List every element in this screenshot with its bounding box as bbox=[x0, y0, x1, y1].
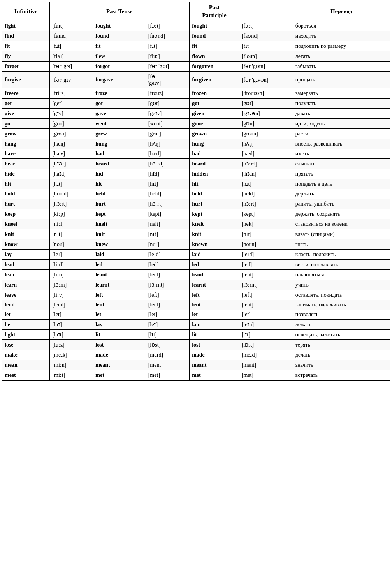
past-tense-transcription: [lɜːrnt] bbox=[146, 280, 189, 290]
past-tense-word: laid bbox=[93, 250, 146, 260]
past-participle-word: held bbox=[190, 189, 239, 199]
translation-text: висеть, развешивать bbox=[293, 139, 390, 149]
table-row: fit [fɪt] fit [fɪt] fit [fɪt] подходить … bbox=[2, 41, 390, 51]
infinitive-word: forgive bbox=[2, 72, 50, 88]
past-tense-transcription: [fɔːt] bbox=[146, 21, 189, 31]
past-tense-word: hung bbox=[93, 139, 146, 149]
translation-text: иметь bbox=[293, 149, 390, 159]
header-translation: Перевод bbox=[293, 2, 390, 21]
past-participle-word: had bbox=[190, 149, 239, 159]
past-participle-word: frozen bbox=[190, 88, 239, 99]
past-participle-word: fought bbox=[190, 21, 239, 31]
past-participle-word: forgotten bbox=[190, 62, 239, 72]
translation-text: замерзать bbox=[293, 88, 390, 99]
infinitive-transcription: [miːn] bbox=[50, 360, 93, 370]
infinitive-word: keep bbox=[2, 209, 50, 219]
infinitive-transcription: [gou] bbox=[50, 119, 93, 129]
infinitive-word: lend bbox=[2, 300, 50, 310]
table-row: lose [luːz] lost [lɒst] lost [lɒst] теря… bbox=[2, 340, 390, 350]
table-row: kneel [niːl] knelt [nelt] knelt [nelt] с… bbox=[2, 219, 390, 229]
past-participle-word: knelt bbox=[190, 219, 239, 229]
translation-text: держать bbox=[293, 189, 390, 199]
past-tense-word: fit bbox=[93, 41, 146, 51]
past-tense-word: hid bbox=[93, 169, 146, 179]
infinitive-word: leave bbox=[2, 290, 50, 300]
infinitive-word: give bbox=[2, 109, 50, 119]
table-row: keep [kiːp] kept [kept] kept [kept] держ… bbox=[2, 209, 390, 219]
infinitive-word: mean bbox=[2, 360, 50, 370]
past-tense-transcription: [hɪt] bbox=[146, 179, 189, 189]
past-tense-word: lent bbox=[93, 300, 146, 310]
table-row: hit [hɪt] hit [hɪt] hit [hɪt] попадать в… bbox=[2, 179, 390, 189]
translation-text: слышать bbox=[293, 159, 390, 169]
past-participle-transcription: [left] bbox=[239, 290, 293, 300]
past-participle-word: found bbox=[190, 31, 239, 41]
infinitive-transcription: [niːl] bbox=[50, 219, 93, 229]
past-participle-transcription: [hɪt] bbox=[239, 179, 293, 189]
past-participle-transcription: [hɜːrd] bbox=[239, 159, 293, 169]
translation-text: освещать, зажигать bbox=[293, 330, 390, 340]
past-tense-transcription: [nɪt] bbox=[146, 229, 189, 239]
past-participle-word: grown bbox=[190, 129, 239, 139]
past-tense-word: lit bbox=[93, 330, 146, 340]
infinitive-transcription: [lend] bbox=[50, 300, 93, 310]
infinitive-word: forget bbox=[2, 62, 50, 72]
past-tense-transcription: [hʌŋ] bbox=[146, 139, 189, 149]
past-participle-transcription: [let] bbox=[239, 310, 293, 320]
infinitive-transcription: [let] bbox=[50, 310, 93, 320]
infinitive-transcription: [luːz] bbox=[50, 340, 93, 350]
table-row: lend [lend] lent [lent] lent [lent] зани… bbox=[2, 300, 390, 310]
past-participle-word: kept bbox=[190, 209, 239, 219]
past-tense-transcription: [held] bbox=[146, 189, 189, 199]
past-tense-word: met bbox=[93, 370, 146, 381]
infinitive-word: knit bbox=[2, 229, 50, 239]
past-tense-transcription: [leɪd] bbox=[146, 250, 189, 260]
past-participle-transcription: ['gɪvən] bbox=[239, 109, 293, 119]
table-row: get [get] got [gɒt] got [gɒt] получать bbox=[2, 99, 390, 109]
past-tense-transcription: [lɒst] bbox=[146, 340, 189, 350]
translation-text: оставлять, покидать bbox=[293, 290, 390, 300]
table-row: learn [lɜːrn] learnt [lɜːrnt] learnt [lɜ… bbox=[2, 280, 390, 290]
past-participle-word: laid bbox=[190, 250, 239, 260]
infinitive-transcription: [fɪt] bbox=[50, 41, 93, 51]
past-participle-transcription: [ment] bbox=[239, 360, 293, 370]
infinitive-word: make bbox=[2, 350, 50, 360]
infinitive-word: hang bbox=[2, 139, 50, 149]
past-tense-transcription: [ment] bbox=[146, 360, 189, 370]
past-tense-transcription: [leɪ] bbox=[146, 320, 189, 330]
infinitive-transcription: [nɪt] bbox=[50, 229, 93, 239]
infinitive-transcription: [hould] bbox=[50, 189, 93, 199]
past-participle-word: lit bbox=[190, 330, 239, 340]
past-participle-transcription: ['hɪdn] bbox=[239, 169, 293, 179]
past-tense-word: learnt bbox=[93, 280, 146, 290]
past-tense-transcription: [went] bbox=[146, 119, 189, 129]
past-participle-word: meant bbox=[190, 360, 239, 370]
infinitive-word: hide bbox=[2, 169, 50, 179]
translation-text: делать bbox=[293, 350, 390, 360]
table-row: forget [fər 'get] forgot [fər 'gɒt] forg… bbox=[2, 62, 390, 72]
table-row: have [hæv] had [hæd] had [hæd] иметь bbox=[2, 149, 390, 159]
past-tense-word: let bbox=[93, 310, 146, 320]
past-tense-word: kept bbox=[93, 209, 146, 219]
past-tense-transcription: [let] bbox=[146, 310, 189, 320]
infinitive-transcription: [hæŋ] bbox=[50, 139, 93, 149]
table-row: know [nou] knew [nuː] known [noun] знать bbox=[2, 239, 390, 250]
past-tense-transcription: [hɜːrd] bbox=[146, 159, 189, 169]
infinitive-word: fly bbox=[2, 51, 50, 62]
infinitive-transcription: [liːd] bbox=[50, 260, 93, 270]
past-participle-transcription: [held] bbox=[239, 189, 293, 199]
infinitive-transcription: [get] bbox=[50, 99, 93, 109]
table-row: knit [nɪt] knit [nɪt] knit [nɪt] вязать … bbox=[2, 229, 390, 239]
past-tense-word: made bbox=[93, 350, 146, 360]
past-tense-transcription: [left] bbox=[146, 290, 189, 300]
header-pt-transcription bbox=[146, 2, 189, 21]
infinitive-transcription: [liːn] bbox=[50, 270, 93, 280]
translation-text: держать, сохранять bbox=[293, 209, 390, 219]
past-tense-word: fought bbox=[93, 21, 146, 31]
translation-text: находить bbox=[293, 31, 390, 41]
translation-text: знать bbox=[293, 239, 390, 250]
past-participle-word: made bbox=[190, 350, 239, 360]
past-tense-transcription: [met] bbox=[146, 370, 189, 381]
table-row: hang [hæŋ] hung [hʌŋ] hung [hʌŋ] висеть,… bbox=[2, 139, 390, 149]
translation-text: прощать bbox=[293, 72, 390, 88]
